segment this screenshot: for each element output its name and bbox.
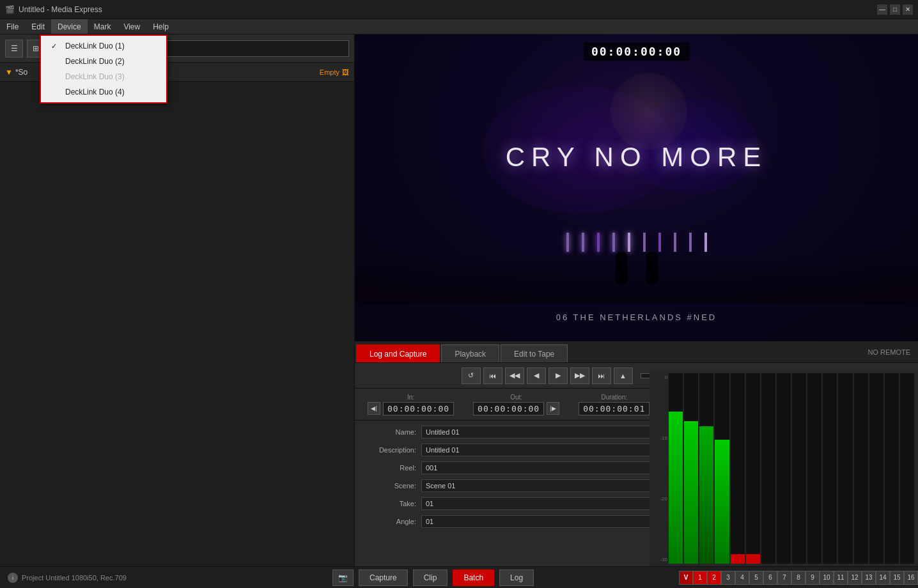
device-option-2[interactable]: DeckLink Duo (2): [41, 54, 166, 69]
subtitle-text: 06 THE NETHERLANDS #NED: [556, 313, 717, 322]
device-dropdown-menu: DeckLink Duo (1) DeckLink Duo (2) DeckLi…: [40, 35, 167, 104]
ch10-button[interactable]: 10: [820, 571, 834, 585]
clip-button[interactable]: Clip: [413, 569, 448, 586]
title-bar-left: 🎬 Untitled - Media Express: [5, 5, 102, 14]
vu-ch2: [684, 373, 698, 564]
ch6-button[interactable]: 6: [763, 571, 777, 585]
menu-view[interactable]: View: [117, 19, 146, 34]
device-4-label: DeckLink Duo (4): [65, 88, 125, 97]
left-content-area: [0, 82, 354, 588]
reel-label: Reel:: [365, 464, 416, 472]
menu-device[interactable]: Device: [51, 19, 88, 34]
angle-label: Angle:: [365, 518, 416, 525]
device-option-4[interactable]: DeckLink Duo (4): [41, 84, 166, 100]
ch16-button[interactable]: 16: [904, 571, 918, 585]
video-preview: CRY NO MORE 06 THE NETHERLANDS #NED 00:0…: [355, 35, 918, 341]
ch2-button[interactable]: 2: [707, 571, 721, 585]
ch14-button[interactable]: 14: [876, 571, 890, 585]
tab-log-and-capture[interactable]: Log and Capture: [356, 344, 440, 362]
empty-icon: 🖼: [342, 68, 349, 76]
log-button[interactable]: Log: [499, 569, 534, 586]
rewind-button[interactable]: ◀: [527, 368, 546, 384]
vu-meters: 0 -10 -20 -30: [650, 371, 918, 566]
in-mark-button[interactable]: ◀|: [368, 402, 380, 415]
ch13-button[interactable]: 13: [862, 571, 876, 585]
ch7-button[interactable]: 7: [777, 571, 791, 585]
menu-file[interactable]: File: [0, 19, 25, 34]
menu-edit[interactable]: Edit: [25, 19, 51, 34]
device-3-label: DeckLink Duo (3): [65, 72, 125, 81]
out-label: Out:: [510, 394, 522, 401]
vu-scale: 0 -10 -20 -30: [653, 373, 667, 564]
take-label: Take:: [365, 500, 416, 507]
concert-background: CRY NO MORE 06 THE NETHERLANDS #NED: [355, 35, 918, 341]
info-icon: i: [8, 573, 18, 583]
title-bar: 🎬 Untitled - Media Express — □ ✕: [0, 0, 918, 19]
ch1-button[interactable]: 1: [693, 571, 707, 585]
vu-ch13: [854, 373, 868, 564]
duration-label: Duration:: [601, 394, 627, 401]
vu-ch4: [715, 373, 729, 564]
vu-ch1: [669, 373, 683, 564]
vu-ch9: [792, 373, 806, 564]
vu-ch7: [761, 373, 775, 564]
vu-ch14: [869, 373, 883, 564]
batch-button[interactable]: Batch: [453, 569, 494, 586]
loop-button[interactable]: ↺: [462, 368, 481, 384]
ch11-button[interactable]: 11: [834, 571, 848, 585]
vu-channel-bars: [669, 373, 914, 564]
in-tc-row: ◀| 00:00:00:00: [368, 402, 454, 415]
name-label: Name:: [365, 428, 416, 436]
rewind-fast-button[interactable]: ◀◀: [505, 368, 524, 384]
eject-button[interactable]: ▲: [614, 368, 633, 384]
go-to-start-button[interactable]: ⏮: [483, 368, 502, 384]
ch5-button[interactable]: 5: [749, 571, 763, 585]
v-channel-button[interactable]: V: [679, 571, 693, 585]
out-mark-button[interactable]: |▶: [547, 402, 559, 415]
minimize-button[interactable]: —: [877, 4, 887, 15]
device-1-label: DeckLink Duo (1): [65, 42, 125, 50]
maximize-button[interactable]: □: [890, 4, 900, 15]
list-view-button[interactable]: ☰: [5, 40, 23, 58]
app-title: Untitled - Media Express: [19, 5, 102, 14]
in-timecode: 00:00:00:00: [383, 402, 454, 415]
out-tc-row: 00:00:00:00 |▶: [473, 402, 559, 415]
in-group: In: ◀| 00:00:00:00: [368, 394, 454, 415]
device-option-3: DeckLink Duo (3): [41, 69, 166, 84]
play-button[interactable]: ▶: [548, 368, 568, 384]
vu-ch3: [699, 373, 713, 564]
ch12-button[interactable]: 12: [848, 571, 862, 585]
fast-forward-button[interactable]: ▶▶: [570, 368, 589, 384]
camera-button[interactable]: 📷: [332, 569, 354, 586]
go-to-end-button[interactable]: ⏭: [592, 368, 611, 384]
status-text: Project Untitled 1080i50, Rec.709: [22, 574, 127, 582]
menu-mark[interactable]: Mark: [88, 19, 118, 34]
ch8-button[interactable]: 8: [791, 571, 805, 585]
left-panel: ☰ ⊞ ★ ▼ *So Empty 🖼: [0, 35, 355, 588]
no-remote-label: NO REMOTE: [867, 348, 918, 356]
device-option-1[interactable]: DeckLink Duo (1): [41, 38, 166, 54]
vu-ch12: [838, 373, 852, 564]
vu-ch8: [777, 373, 791, 564]
menu-help[interactable]: Help: [146, 19, 175, 34]
device-2-label: DeckLink Duo (2): [65, 57, 125, 66]
tab-edit-to-tape[interactable]: Edit to Tape: [501, 344, 568, 362]
ch15-button[interactable]: 15: [890, 571, 904, 585]
dropdown-icon: ▼: [5, 68, 13, 77]
menu-bar: File Edit Device Mark View Help: [0, 19, 918, 35]
scene-label: Scene:: [365, 482, 416, 490]
vu-ch6: [746, 373, 760, 564]
tab-bar: Log and Capture Playback Edit to Tape NO…: [355, 341, 918, 363]
duration-timecode: 00:00:00:01: [579, 402, 650, 415]
in-label: In:: [407, 394, 414, 401]
close-button[interactable]: ✕: [903, 4, 913, 15]
ch9-button[interactable]: 9: [805, 571, 820, 585]
source-title: *So: [15, 68, 27, 77]
vu-ch10: [807, 373, 821, 564]
capture-button[interactable]: Capture: [359, 569, 408, 586]
ch4-button[interactable]: 4: [735, 571, 749, 585]
ch3-button[interactable]: 3: [721, 571, 735, 585]
title-bar-controls: — □ ✕: [877, 4, 913, 15]
tab-playback[interactable]: Playback: [441, 344, 499, 362]
bottom-bar: i Project Untitled 1080i50, Rec.709 📷 Ca…: [0, 566, 918, 588]
